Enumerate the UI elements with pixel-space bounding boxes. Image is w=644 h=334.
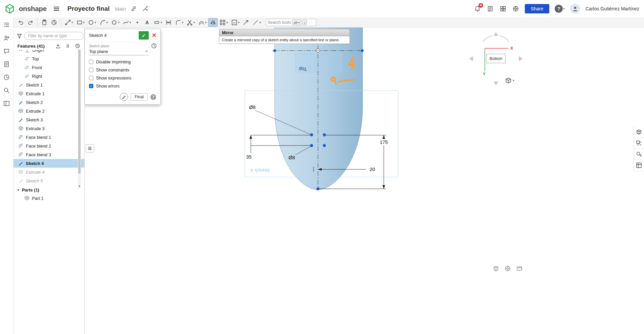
rotate-right-arrow[interactable] xyxy=(519,56,523,61)
scrollbar-down-arrow[interactable]: ▼ xyxy=(78,184,81,188)
collapse-caret-icon[interactable] xyxy=(19,50,22,52)
dimension-35[interactable]: 35 xyxy=(246,154,251,160)
checkbox-box[interactable] xyxy=(89,68,93,72)
dialog-help-icon[interactable]: ? xyxy=(150,94,156,100)
fillet-tool-button[interactable]: ▾ xyxy=(174,18,185,27)
feature-tree-icon[interactable] xyxy=(3,21,11,29)
follow-add-icon[interactable] xyxy=(3,34,11,42)
dimension-d8-top[interactable]: Ø8 xyxy=(249,105,256,110)
view-mode-button[interactable]: ▾ xyxy=(505,77,514,84)
feature-item-extrude-2[interactable]: Extrude 2 xyxy=(13,107,84,115)
redo-button[interactable] xyxy=(26,18,35,27)
bom-panel-tab[interactable] xyxy=(634,160,644,171)
trim-tool-button[interactable]: ▾ xyxy=(185,18,196,27)
arc-tool-button[interactable]: ▾ xyxy=(98,18,109,27)
share-button[interactable]: Share xyxy=(525,4,549,13)
confirm-button[interactable]: ✓ xyxy=(139,31,149,40)
learning-center-icon[interactable] xyxy=(512,5,519,12)
deferred-clock-icon[interactable] xyxy=(150,43,157,50)
text-tool-button[interactable]: A xyxy=(142,18,152,27)
dimension-d8-bottom[interactable]: Ø8 xyxy=(288,155,295,160)
checkbox-show-constraints[interactable]: Show constraints xyxy=(89,67,156,72)
scrollbar-thumb[interactable] xyxy=(78,50,81,174)
feature-item-extrude-4[interactable]: Extrude 4 xyxy=(13,168,84,176)
units-grid-icon[interactable] xyxy=(516,265,523,272)
appearance-panel-tab[interactable] xyxy=(634,149,644,160)
tool-search-input[interactable] xyxy=(268,20,291,25)
feature-item-sketch-5[interactable]: Sketch 5 xyxy=(13,176,84,185)
triangle-down-icon[interactable]: ▼ xyxy=(17,188,20,192)
insert-dxf-button[interactable]: dxf▾ xyxy=(230,18,241,27)
panels-icon[interactable] xyxy=(3,99,11,107)
feature-item-origin[interactable]: Origin xyxy=(13,50,84,54)
views-panel-tab[interactable] xyxy=(634,127,644,138)
model-canvas[interactable]: Ø8 Ø8 35 175 20 xyxy=(85,27,644,334)
rotate-ccw-arc[interactable] xyxy=(483,36,492,42)
parts-header[interactable]: ▼ Parts (1) xyxy=(13,185,84,194)
checkbox-box[interactable] xyxy=(89,84,93,88)
dimension-20[interactable]: 20 xyxy=(370,167,375,172)
checkbox-disable-imprinting[interactable]: Disable imprinting xyxy=(89,59,156,64)
slot-tool-button[interactable]: ▾ xyxy=(152,18,164,27)
avatar[interactable] xyxy=(570,4,580,14)
feature-item-face-blend-2[interactable]: Face blend 2 xyxy=(13,142,84,150)
scene-settings-icon[interactable] xyxy=(492,265,500,272)
feature-filter-input[interactable] xyxy=(24,32,84,40)
checkbox-show-expressions[interactable]: Show expressions xyxy=(89,75,156,80)
paste-sketch-icon[interactable] xyxy=(40,18,49,27)
feature-item-top-plane[interactable]: Top xyxy=(13,54,84,63)
rotate-up-arrow[interactable] xyxy=(493,32,499,36)
feature-item-extrude-3[interactable]: Extrude 3 xyxy=(13,124,84,133)
view-face-label[interactable]: Bottom xyxy=(490,56,502,61)
help-icon[interactable]: ? xyxy=(555,5,563,13)
rectangle-tool-button[interactable]: ▾ xyxy=(75,18,86,27)
view-cube[interactable]: X Y Bottom xyxy=(467,31,528,88)
line-tool-button[interactable]: ▾ xyxy=(63,18,75,27)
final-button[interactable]: Final xyxy=(131,93,148,101)
clear-selection-icon[interactable]: × xyxy=(145,49,148,54)
tasks-icon[interactable] xyxy=(487,5,494,12)
polygon-tool-button[interactable]: ▾ xyxy=(109,18,121,27)
feature-item-face-blend-3[interactable]: Face blend 3 xyxy=(13,150,84,159)
feature-list-flyout-button[interactable] xyxy=(86,144,94,153)
notifications-bell-icon[interactable]: 4 xyxy=(474,5,481,12)
measure-tool-button[interactable] xyxy=(241,18,250,27)
feature-item-sketch-2[interactable]: Sketch 2 xyxy=(13,98,84,107)
history-icon[interactable] xyxy=(75,43,80,49)
edit-sketch-icon[interactable] xyxy=(120,93,128,101)
circle-tool-button[interactable]: ▾ xyxy=(86,18,98,27)
sketch-plane-field[interactable]: Top plane × xyxy=(89,48,149,55)
offset-tool-button[interactable]: ▾ xyxy=(197,18,208,27)
chevron-down-icon[interactable]: ▾ xyxy=(563,7,565,10)
feature-item-sketch-4[interactable]: Sketch 4 xyxy=(13,159,84,168)
section-panel-tab[interactable] xyxy=(634,138,644,149)
dimension-tool-button[interactable] xyxy=(164,18,173,27)
use-project-icon[interactable] xyxy=(49,18,59,27)
search-explore-icon[interactable] xyxy=(3,86,11,94)
undo-button[interactable] xyxy=(16,18,26,27)
menu-icon[interactable] xyxy=(53,5,60,12)
rollback-icon[interactable] xyxy=(65,43,71,49)
feature-item-right-plane[interactable]: Right xyxy=(13,72,84,80)
chevron-down-icon[interactable]: ▾ xyxy=(513,79,514,82)
part-item-1[interactable]: Part 1 xyxy=(13,194,84,203)
tool-search[interactable]: alt+/ c xyxy=(266,19,316,26)
snapshot-icon[interactable] xyxy=(504,265,511,272)
feature-item-extrude-1[interactable]: Extrude 1 xyxy=(13,89,84,98)
mirror-tool-button[interactable] xyxy=(208,18,218,27)
notes-icon[interactable] xyxy=(3,60,11,68)
feature-item-sketch-1[interactable]: Sketch 1 xyxy=(13,80,84,89)
checkbox-show-errors[interactable]: Show errors xyxy=(89,84,156,89)
feature-list-scrollbar[interactable]: ▼ xyxy=(78,49,81,188)
spline-tool-button[interactable]: ▾ xyxy=(121,18,133,27)
rotate-cw-arc[interactable] xyxy=(500,36,509,42)
workspace-name[interactable]: Main xyxy=(115,6,126,12)
checkbox-box[interactable] xyxy=(89,76,93,80)
insert-feature-icon[interactable] xyxy=(55,43,61,49)
branch-icon[interactable] xyxy=(141,5,149,12)
help-menu[interactable]: ? ▾ xyxy=(555,5,565,13)
onshape-wordmark[interactable]: onshape xyxy=(19,5,47,13)
copy-link-icon[interactable] xyxy=(130,5,137,12)
app-grid-icon[interactable] xyxy=(499,5,507,12)
feature-item-face-blend-1[interactable]: Face blend 1 xyxy=(13,133,84,142)
